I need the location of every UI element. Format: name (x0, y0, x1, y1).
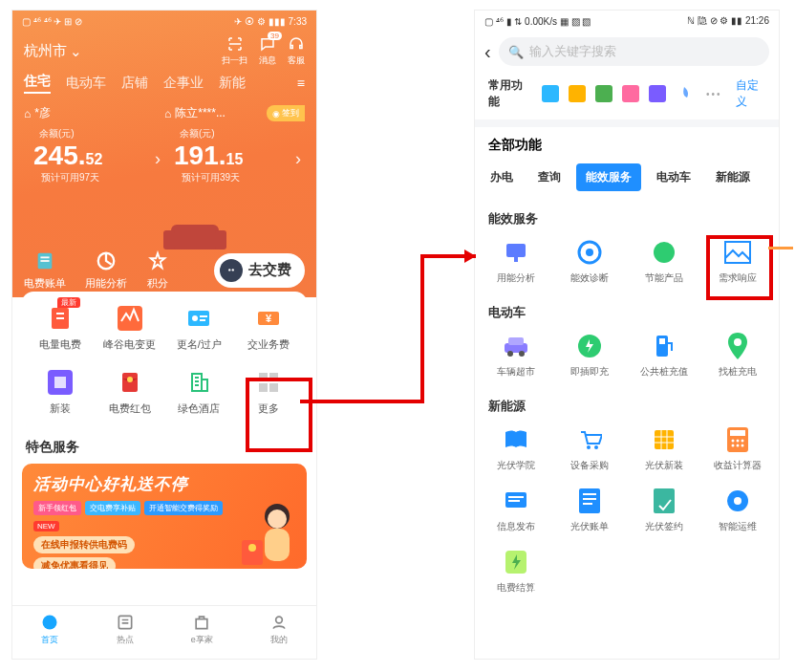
fav-icon-6[interactable] (676, 85, 693, 102)
fn-car-market[interactable]: 车辆超市 (479, 333, 553, 379)
fn-info-publish[interactable]: 信息发布 (479, 488, 553, 533)
panel-icon (651, 426, 677, 453)
fav-more: ••• (706, 89, 722, 99)
action-usage[interactable]: 用能分析 (85, 249, 127, 291)
search-input[interactable]: 🔍 输入关键字搜索 (499, 37, 769, 66)
cat-newenergy[interactable]: 新能源 (706, 163, 760, 191)
install-icon (47, 369, 74, 396)
grid-new-install[interactable]: 新装 (26, 369, 96, 416)
svg-point-60 (737, 444, 740, 447)
svg-point-45 (519, 351, 525, 357)
svg-rect-19 (202, 379, 207, 391)
wave-icon (117, 305, 143, 332)
back-button[interactable]: ‹ (484, 41, 491, 63)
grid-business-fee[interactable]: ¥ 交业务费 (234, 305, 304, 352)
fav-icon-5[interactable] (649, 85, 666, 102)
group-efficiency: 能效服务 (475, 201, 779, 233)
fn-pv-college[interactable]: 光伏学院 (479, 426, 553, 472)
fn-usage-analysis[interactable]: 用能分析 (479, 239, 553, 285)
group-ev: 电动车 (475, 294, 779, 327)
cat-query[interactable]: 查询 (528, 163, 570, 191)
tab-mine[interactable]: 我的 (269, 613, 289, 646)
tab-ehome[interactable]: e享家 (191, 613, 213, 646)
money-icon: ¥ (255, 305, 282, 332)
service-button[interactable]: 客服 (288, 35, 305, 67)
status-right: ℕ 隐 ⊘ ⚙ ▮▮ 21:26 (687, 14, 769, 28)
city-picker[interactable]: 杭州市 ⌄ (24, 42, 82, 60)
scan-label: 扫一扫 (222, 54, 247, 67)
fn-equipment[interactable]: 设备采购 (553, 426, 628, 472)
svg-rect-53 (655, 430, 674, 449)
svg-rect-55 (730, 430, 745, 436)
red-packet-icon (117, 369, 143, 396)
book-icon (503, 426, 529, 453)
fn-fee-settlement[interactable]: 电费结算 (479, 549, 553, 595)
svg-rect-27 (242, 540, 263, 565)
tab-home-newenergy[interactable]: 新能 (219, 75, 246, 92)
svg-rect-1 (40, 256, 49, 258)
robot-icon (220, 259, 243, 282)
fn-pv-sign[interactable]: 光伏签约 (627, 488, 701, 533)
svg-rect-37 (506, 244, 526, 257)
status-right: ✈ ⦿ ⚙ ▮▮▮ 7:33 (234, 16, 307, 27)
fn-saving-products[interactable]: 节能产品 (627, 239, 701, 285)
all-functions-label: 全部功能 (475, 127, 779, 160)
tab-home-enterprise[interactable]: 企事业 (163, 75, 204, 92)
fn-public-recharge[interactable]: 公共桩充值 (627, 333, 701, 379)
grid-more[interactable]: 更多 (234, 369, 304, 416)
activity-banner[interactable]: 活动中心好礼送不停 新手领红包 交电费享补贴 开通智能交费得奖励 NEW 在线申… (22, 464, 307, 569)
tab-home-shop[interactable]: 店铺 (121, 75, 148, 92)
fav-icon-2[interactable] (569, 85, 586, 102)
fn-diagnosis[interactable]: 能效诊断 (553, 239, 628, 285)
home-tabs: 住宅 电动车 店铺 企事业 新能 ≡ (12, 69, 316, 99)
divider (475, 119, 779, 127)
tabs-menu-icon[interactable]: ≡ (297, 76, 305, 91)
cat-ev[interactable]: 电动车 (647, 163, 700, 191)
cart-icon (576, 426, 603, 453)
tab-home-residence[interactable]: 住宅 (24, 73, 51, 94)
cat-apply[interactable]: 办电 (481, 163, 523, 191)
message-button[interactable]: 39 消息 (259, 35, 276, 67)
home-icon: ⌂ (24, 107, 31, 120)
customize-button[interactable]: 自定义 (736, 77, 766, 110)
tab-hot[interactable]: 热点 (116, 613, 135, 646)
scan-button[interactable]: 扫一扫 (222, 35, 247, 67)
chevron-right-icon: › (295, 149, 301, 169)
message-label: 消息 (259, 54, 276, 67)
fn-calculator[interactable]: 收益计算器 (701, 426, 776, 472)
fn-plug-charge[interactable]: 即插即充 (553, 333, 628, 379)
grid-peak-valley[interactable]: 峰谷电变更 (96, 305, 165, 352)
service-label: 客服 (288, 54, 305, 67)
pay-button[interactable]: 去交费 (214, 253, 305, 288)
fn-find-charger[interactable]: 找桩充电 (701, 333, 776, 379)
cat-efficiency[interactable]: 能效服务 (576, 163, 641, 191)
action-bill[interactable]: 电费账单 (24, 249, 66, 291)
search-placeholder: 输入关键字搜索 (529, 43, 616, 60)
fav-icon-4[interactable] (622, 85, 639, 102)
action-points[interactable]: 积分 (146, 249, 169, 291)
newenergy-grid: 光伏学院 设备采购 光伏新装 收益计算器 信息发布 光伏账单 光伏签约 智能运维… (475, 421, 779, 604)
fav-icon-3[interactable] (595, 85, 612, 102)
svg-point-25 (268, 509, 287, 529)
fn-demand-response[interactable]: 需求响应 (701, 239, 776, 285)
pin-icon (724, 333, 751, 359)
svg-point-57 (737, 440, 740, 443)
grid-red-packet[interactable]: 电费红包 (96, 369, 165, 416)
flow-arrow (298, 239, 489, 440)
chart-icon (503, 239, 529, 266)
signin-button[interactable]: ◉签到 (267, 105, 305, 121)
account-card-1[interactable]: ⌂*彦 余额(元) 245.52 预计可用97天 › (24, 105, 164, 184)
fn-pv-bill[interactable]: 光伏账单 (553, 488, 628, 533)
grid-green-hotel[interactable]: 绿色酒店 (164, 369, 234, 416)
svg-point-51 (587, 445, 591, 449)
grid-rename[interactable]: 更名/过户 (164, 305, 234, 352)
fn-smart-ops[interactable]: 智能运维 (701, 488, 776, 533)
target-icon (576, 239, 603, 266)
grid-electricity-fee[interactable]: 最新 电量电费 (26, 305, 96, 352)
fn-pv-install[interactable]: 光伏新装 (627, 426, 701, 472)
tab-home-ev[interactable]: 电动车 (66, 75, 106, 92)
fav-icon-1[interactable] (542, 85, 559, 102)
tab-home[interactable]: 首页 (40, 613, 59, 646)
group-newenergy: 新能源 (475, 388, 779, 421)
account-card-2[interactable]: ◉签到 ⌂陈立****... 余额(元) 191.15 预计可用39天 › (164, 105, 305, 184)
